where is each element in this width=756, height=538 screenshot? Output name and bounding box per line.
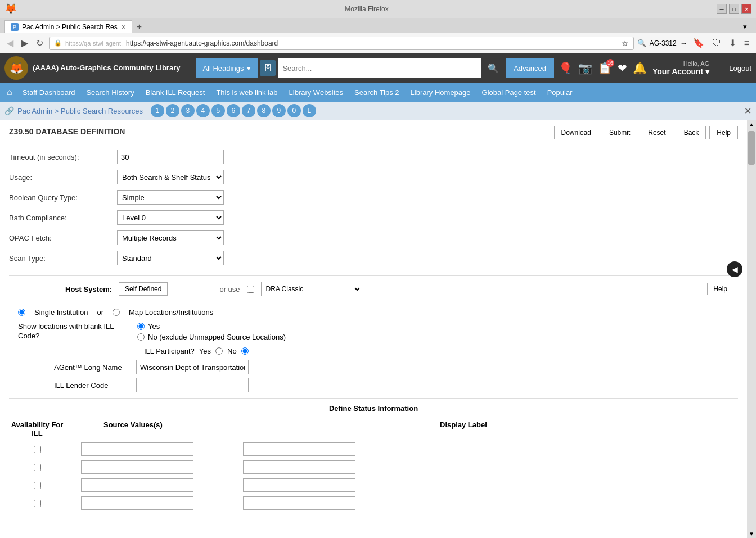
submit-button[interactable]: Submit [602, 126, 637, 139]
list-icon[interactable]: 📋 16 [598, 61, 612, 75]
host-help-button[interactable]: Help [707, 283, 734, 295]
nav-library-websites[interactable]: Library Websites [284, 85, 349, 100]
display-input-3[interactable] [243, 478, 356, 492]
forward-button[interactable]: ▶ [19, 37, 30, 49]
page-7-button[interactable]: 7 [242, 104, 255, 117]
camera-icon[interactable]: 📷 [578, 61, 592, 75]
nav-popular[interactable]: Popular [542, 85, 578, 100]
status-checkbox-1[interactable] [34, 446, 41, 453]
reset-button[interactable]: Reset [641, 126, 673, 139]
bath-select[interactable]: Level 0 Level 1 Level 2 [117, 210, 224, 225]
page-8-button[interactable]: 8 [257, 104, 271, 117]
page-5-button[interactable]: 5 [212, 104, 225, 117]
boolean-label: Boolean Query Type: [9, 193, 110, 202]
page-9-button[interactable]: 9 [272, 104, 286, 117]
ill-yes-radio[interactable] [215, 347, 223, 355]
display-input-4[interactable] [243, 496, 356, 510]
status-checkbox-2[interactable] [34, 464, 41, 471]
page-3-button[interactable]: 3 [181, 104, 195, 117]
help-button[interactable]: Help [709, 126, 738, 139]
nav-search-history[interactable]: Search History [80, 85, 140, 100]
host-checkbox[interactable] [247, 286, 254, 293]
show-loc-yes-radio[interactable] [137, 323, 145, 330]
timeout-input[interactable] [117, 150, 224, 164]
page-4-button[interactable]: 4 [196, 104, 210, 117]
nav-search-tips[interactable]: Search Tips 2 [349, 85, 405, 100]
host-system-select[interactable]: DRA Classic Innovative SirsiDynix Polari… [261, 282, 362, 296]
url-display[interactable]: https://qa-stwi-agent.auto-graphics.com/… [126, 39, 618, 47]
back-form-button[interactable]: Back [677, 126, 706, 139]
minimize-button[interactable]: ─ [717, 4, 727, 14]
status-checkbox-3[interactable] [34, 482, 41, 489]
balloon-icon[interactable]: 🎈 [559, 61, 573, 75]
account-area[interactable]: Hello, AG Your Account ▾ [652, 60, 709, 76]
status-row-4 [9, 494, 738, 512]
nav-staff-dashboard[interactable]: Staff Dashboard [17, 85, 81, 100]
search-type-dropdown[interactable]: All Headings ▾ [196, 58, 258, 78]
institution-section: Single Institution or Map Locations/Inst… [9, 302, 738, 399]
page-6-button[interactable]: 6 [227, 104, 240, 117]
downloads-button[interactable]: ⬇ [727, 37, 739, 49]
source-input-1[interactable] [81, 442, 194, 456]
bell-icon[interactable]: 🔔 [633, 61, 647, 75]
page-2-button[interactable]: 2 [166, 104, 179, 117]
nav-search-arrow[interactable]: → [680, 39, 687, 47]
dropdown-chevron: ▾ [247, 64, 251, 73]
tab-close-icon[interactable]: ✕ [121, 24, 126, 31]
new-tab-button[interactable]: + [133, 21, 145, 33]
map-locations-radio[interactable] [112, 309, 120, 316]
close-window-button[interactable]: ✕ [741, 4, 752, 14]
nav-web-link[interactable]: This is web link lab [210, 85, 283, 100]
database-icon[interactable]: 🗄 [260, 60, 276, 76]
show-locations-row: Show locations with blank ILL Code? Yes … [9, 322, 738, 341]
scroll-thumb[interactable] [748, 131, 755, 165]
advanced-search-button[interactable]: Advanced [506, 58, 554, 78]
display-input-1[interactable] [243, 442, 356, 456]
status-checkbox-4[interactable] [34, 500, 41, 507]
opac-select[interactable]: Multiple Records Single Record [117, 230, 224, 245]
agent-name-row: AGent™ Long Name [9, 360, 738, 374]
account-name[interactable]: Your Account ▾ [652, 67, 709, 76]
download-button[interactable]: Download [554, 126, 598, 139]
menu-button[interactable]: ≡ [742, 37, 752, 49]
page-0-button[interactable]: 0 [287, 104, 301, 117]
shield-button[interactable]: 🛡 [710, 37, 723, 49]
page-1-button[interactable]: 1 [151, 104, 164, 117]
source-input-4[interactable] [81, 496, 194, 510]
page-l-button[interactable]: L [303, 104, 316, 117]
ill-no-radio[interactable] [241, 347, 249, 355]
bookmarks-button[interactable]: 🔖 [691, 37, 706, 49]
source-input-3[interactable] [81, 478, 194, 492]
org-logo: 🦊 [4, 56, 28, 80]
search-icon-nav: 🔍 [637, 39, 646, 47]
show-loc-no-radio[interactable] [137, 333, 145, 341]
single-institution-radio[interactable] [18, 309, 25, 316]
breadcrumb-close-button[interactable]: ✕ [744, 106, 752, 116]
source-input-2[interactable] [81, 460, 194, 474]
boolean-select[interactable]: Simple Advanced [117, 190, 224, 205]
ill-lender-code-input[interactable] [136, 378, 249, 392]
display-input-2[interactable] [243, 460, 356, 474]
side-nav-arrow[interactable]: ◀ [727, 261, 742, 277]
nav-global-page[interactable]: Global Page test [476, 85, 542, 100]
tab-chevron[interactable]: ▾ [743, 22, 747, 31]
back-button[interactable]: ◀ [4, 37, 16, 49]
heart-icon[interactable]: ❤ [618, 61, 627, 75]
search-type-label: All Headings [202, 64, 244, 73]
active-tab[interactable]: P Pac Admin > Public Search Res ✕ [4, 20, 132, 33]
bookmark-star[interactable]: ☆ [622, 39, 629, 48]
main-search-input[interactable] [278, 58, 481, 78]
usage-select[interactable]: Both Search & Shelf Status Search Only S… [117, 170, 224, 184]
home-icon[interactable]: ⌂ [2, 84, 17, 101]
maximize-button[interactable]: □ [729, 4, 739, 14]
scroll-down-button[interactable]: ▼ [748, 530, 755, 538]
logout-button[interactable]: Logout [722, 64, 752, 73]
agent-long-name-input[interactable] [136, 360, 249, 374]
scroll-up-button[interactable]: ▲ [748, 120, 755, 129]
search-button[interactable]: 🔍 [483, 61, 503, 76]
scan-select[interactable]: Standard Extended [117, 251, 224, 265]
nav-blank-ill[interactable]: Blank ILL Request [140, 85, 211, 100]
self-defined-button[interactable]: Self Defined [119, 282, 168, 296]
nav-library-homepage[interactable]: Library Homepage [405, 85, 476, 100]
refresh-button[interactable]: ↻ [34, 37, 46, 49]
